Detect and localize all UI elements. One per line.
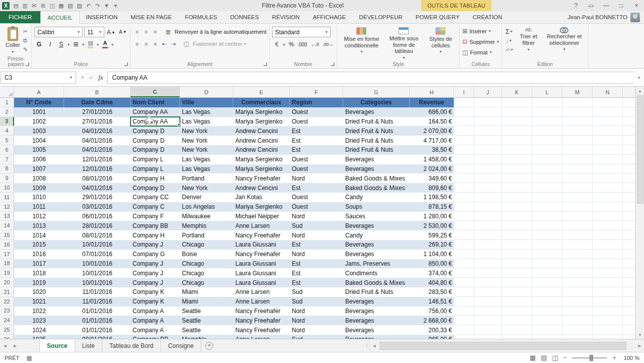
cell-G6[interactable]: Dried Fruit & Nuts	[343, 145, 410, 155]
cell-J15[interactable]	[474, 230, 502, 240]
cell-B23[interactable]: 01/01/2016	[64, 307, 131, 316]
cell-G10[interactable]: Baked Goods & Mixes	[343, 183, 410, 193]
cell-D25[interactable]: Seattle	[180, 325, 233, 335]
cell-N26[interactable]	[593, 335, 623, 339]
cell-M26[interactable]	[562, 335, 593, 339]
cell-H8[interactable]: 2 024,00 €	[410, 164, 454, 174]
cell-B25[interactable]: 01/01/2016	[64, 325, 131, 335]
cell-x17[interactable]	[623, 250, 635, 259]
cell-F15[interactable]: Nord	[290, 230, 343, 240]
cell-D3[interactable]: Las Vegas	[180, 117, 233, 127]
cell-D19[interactable]: Chicago	[180, 268, 233, 278]
camera-icon[interactable]: ▧	[66, 2, 75, 10]
cell-G22[interactable]: Beverages	[343, 297, 410, 307]
cell-M14[interactable]	[562, 221, 593, 230]
row-header-10[interactable]: 10	[0, 183, 14, 193]
cell-C9[interactable]: Company H	[131, 173, 180, 183]
cell-J9[interactable]	[474, 173, 502, 183]
row-header-2[interactable]: 2	[0, 107, 14, 117]
cell-D14[interactable]: Memphis	[180, 221, 233, 230]
cell-M20[interactable]	[562, 278, 593, 287]
cell-N2[interactable]	[593, 107, 623, 117]
cell-L7[interactable]	[532, 155, 562, 164]
sheet-nav-left-icon[interactable]: ◄	[0, 339, 10, 352]
cell-C17[interactable]: Company G	[131, 250, 180, 259]
cell-K23[interactable]	[502, 307, 532, 316]
fill-icon[interactable]: ↓▾	[505, 37, 512, 44]
cell-G25[interactable]: Beverages	[343, 325, 410, 335]
cell-L11[interactable]	[532, 193, 562, 202]
row-header-24[interactable]: 24	[0, 316, 14, 325]
cell-x9[interactable]	[623, 173, 635, 183]
cell-B14[interactable]: 28/01/2016	[64, 221, 131, 230]
cell-D2[interactable]: Las Vegas	[180, 107, 233, 117]
maximize-button[interactable]: □	[614, 0, 629, 11]
cell-E6[interactable]: Andrew Cencini	[233, 145, 290, 155]
cell-H22[interactable]: 146,51 €	[410, 297, 454, 307]
cell-N25[interactable]	[593, 325, 623, 335]
account-area[interactable]: Jean-Paul BONNETTO	[567, 11, 644, 23]
scroll-right-icon[interactable]: ►	[635, 343, 644, 348]
cell-L24[interactable]	[532, 316, 562, 325]
cell-I18[interactable]	[454, 259, 474, 269]
find-select-caret-icon[interactable]: ▾	[563, 47, 565, 51]
cell-E15[interactable]: Nancy Freehafer	[233, 230, 290, 240]
cell-B7[interactable]: 12/01/2016	[64, 155, 131, 164]
cell-F5[interactable]: Est	[290, 136, 343, 145]
cell-H26[interactable]: 965,00 €	[410, 335, 454, 339]
merge-center-caret-icon[interactable]: ▾	[244, 42, 246, 46]
align-left-icon[interactable]: ≡	[133, 41, 141, 47]
cell-I20[interactable]	[454, 278, 474, 287]
cell-J11[interactable]	[474, 193, 502, 202]
cell-G24[interactable]: Beverages	[343, 316, 410, 325]
fill-handle[interactable]	[177, 124, 180, 126]
column-header-N[interactable]: N	[593, 87, 623, 97]
cell-G8[interactable]: Beverages	[343, 164, 410, 174]
format-cells-caret-icon[interactable]: ▾	[490, 50, 492, 54]
cell-B10[interactable]: 04/01/2016	[64, 183, 131, 193]
cell-F22[interactable]: Sud	[290, 297, 343, 307]
cell-H19[interactable]: 374,00 €	[410, 268, 454, 278]
decrease-indent-icon[interactable]: ⇤	[160, 41, 168, 47]
cell-D20[interactable]: Chicago	[180, 278, 233, 287]
cell-B15[interactable]: 08/01/2016	[64, 230, 131, 240]
chevron-down-icon[interactable]: ▾	[78, 30, 80, 34]
format-cells-button[interactable]: ◫ Format ▾	[462, 47, 499, 57]
cell-B24[interactable]: 01/01/2016	[64, 316, 131, 325]
cell-C25[interactable]: Company A	[131, 325, 180, 335]
cell-L2[interactable]	[532, 107, 562, 117]
copy-icon[interactable]: ⧉	[23, 37, 28, 44]
cell-K10[interactable]	[502, 183, 532, 193]
cell-L9[interactable]	[532, 173, 562, 183]
cell-C12[interactable]: Company C	[131, 202, 180, 212]
close-button[interactable]: ×	[629, 0, 644, 11]
fill-color-caret-icon[interactable]: ▾	[97, 42, 99, 47]
cell-B12[interactable]: 03/01/2016	[64, 202, 131, 212]
cell-E22[interactable]: Anne Larsen	[233, 297, 290, 307]
cell-G26[interactable]: Beverages	[343, 335, 410, 339]
cell-K21[interactable]	[502, 287, 532, 297]
cell-K4[interactable]	[502, 126, 532, 136]
cell-K26[interactable]	[502, 335, 532, 339]
row-header-8[interactable]: 8	[0, 164, 14, 174]
cell-H21[interactable]: 283,50 €	[410, 287, 454, 297]
cell-x21[interactable]	[623, 287, 635, 297]
cell-L16[interactable]	[532, 240, 562, 250]
cell-C4[interactable]: Company D	[131, 126, 180, 136]
row-header-18[interactable]: 18	[0, 259, 14, 269]
cell-I12[interactable]	[454, 202, 474, 212]
cell-B20[interactable]: 10/01/2016	[64, 278, 131, 287]
cell-J13[interactable]	[474, 212, 502, 221]
cell-A10[interactable]: 1009	[14, 183, 64, 193]
cell-G9[interactable]: Baked Goods & Mixes	[343, 173, 410, 183]
underline-caret-icon[interactable]: ▾	[68, 42, 70, 47]
cell-M4[interactable]	[562, 126, 593, 136]
cell-M24[interactable]	[562, 316, 593, 325]
cell-N17[interactable]	[593, 250, 623, 259]
cell-N13[interactable]	[593, 212, 623, 221]
insert-cells-button[interactable]: ⊞ Insérer ▾	[462, 26, 499, 36]
cell-A20[interactable]: 1019	[14, 278, 64, 287]
cell-I26[interactable]	[454, 335, 474, 339]
cell-L14[interactable]	[532, 221, 562, 230]
cell-N21[interactable]	[593, 287, 623, 297]
